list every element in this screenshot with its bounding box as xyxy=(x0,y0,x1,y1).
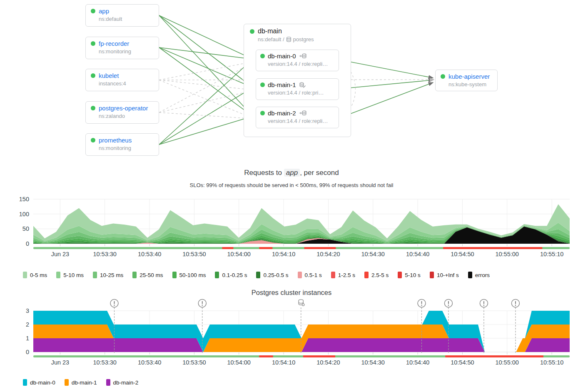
y-tick-label: 50 xyxy=(22,225,29,232)
legend-item-5-10-s[interactable]: 5-10 s xyxy=(398,272,421,278)
legend-item-50-100-ms[interactable]: 50-100 ms xyxy=(172,272,206,278)
service-node-postgres-operator[interactable]: postgres-operator ns:zalando xyxy=(85,101,159,124)
legend-item-errors[interactable]: errors xyxy=(468,272,490,278)
service-title: kubelet xyxy=(99,72,119,79)
legend-item-0-5-ms[interactable]: 0-5 ms xyxy=(23,272,47,278)
service-subtitle: ns:monitoring xyxy=(99,48,154,55)
legend-label: 10-25 ms xyxy=(100,272,123,278)
x-tick-label: 10:54:30 xyxy=(361,251,384,257)
status-ok-icon xyxy=(91,9,95,13)
legend-item-0.5-1-s[interactable]: 0.5-1 s xyxy=(298,272,322,278)
chart1-title-suffix: , per second xyxy=(300,169,339,177)
x-tick-label: 10:53:30 xyxy=(93,359,116,366)
legend-label: 0.25-0.5 s xyxy=(263,272,288,278)
status-ok-icon xyxy=(250,29,254,34)
legend-swatch xyxy=(23,272,27,278)
legend-item-10-25-ms[interactable]: 10-25 ms xyxy=(93,272,123,278)
x-tick-label: 10:54:20 xyxy=(316,251,340,257)
service-subtitle: ns:zalando xyxy=(99,113,154,119)
legend-item-db-main-1[interactable]: db-main-1 xyxy=(65,379,97,386)
y-tick-label: 0 xyxy=(26,349,29,355)
legend-label: 0.1-0.25 s xyxy=(222,272,247,278)
x-tick-label: 10:53:50 xyxy=(182,359,206,366)
x-tick-label: 10:53:40 xyxy=(138,359,161,366)
legend-item-2.5-5-s[interactable]: 2.5-5 s xyxy=(364,272,389,278)
y-tick-label: 100 xyxy=(19,211,29,217)
x-tick-label: 10:54:00 xyxy=(227,359,250,366)
warning-annotation-icon[interactable] xyxy=(511,300,519,307)
legend-swatch xyxy=(56,272,60,278)
legend-swatch xyxy=(65,379,69,386)
service-title: fp-recorder xyxy=(99,40,129,47)
legend-swatch xyxy=(132,272,137,278)
legend-label: errors xyxy=(475,272,490,278)
db-cluster-box: db-main ns:default / postgres db-main-0 … xyxy=(244,24,351,137)
primary-role-icon xyxy=(299,82,306,88)
x-tick-label: 10:54:10 xyxy=(272,251,295,257)
warning-annotation-icon[interactable] xyxy=(198,300,206,307)
status-ok-icon xyxy=(91,41,95,46)
legend-swatch xyxy=(106,379,110,386)
legend-label: 50-100 ms xyxy=(179,272,206,278)
status-ok-icon xyxy=(91,106,95,110)
y-tick-label: 150 xyxy=(19,196,29,202)
x-tick-label: Jun 23 xyxy=(51,359,70,366)
legend-item-5-10-ms[interactable]: 5-10 ms xyxy=(56,272,84,278)
legend-item-0.25-0.5-s[interactable]: 0.25-0.5 s xyxy=(256,272,288,278)
service-node-app[interactable]: app ns:default xyxy=(85,4,159,27)
status-ok-icon xyxy=(441,74,445,79)
instance-subtitle: version:14.4 / role:repli… xyxy=(268,118,334,124)
legend-item-0.1-0.25-s[interactable]: 0.1-0.25 s xyxy=(215,272,247,278)
x-tick-label: 10:54:10 xyxy=(272,359,295,366)
status-ok-icon xyxy=(260,111,265,115)
legend-swatch xyxy=(93,272,97,278)
database-icon xyxy=(286,37,292,42)
warning-annotation-icon[interactable] xyxy=(444,300,452,307)
instance-node-db-main-1[interactable]: db-main-1 version:14.4 / role:pri… xyxy=(256,78,339,100)
status-ok-icon xyxy=(260,82,265,87)
legend-label: 5-10 s xyxy=(405,272,421,278)
chart1-title-app-chip: app xyxy=(284,169,300,177)
x-tick-label: 10:54:00 xyxy=(227,251,250,257)
legend-item-1-2.5-s[interactable]: 1-2.5 s xyxy=(331,272,355,278)
instance-title: db-main-2 xyxy=(268,110,296,117)
legend-item-25-50-ms[interactable]: 25-50 ms xyxy=(132,272,163,278)
x-tick-label: 10:53:50 xyxy=(182,251,206,257)
legend-swatch xyxy=(298,272,302,278)
x-tick-label: 10:55:10 xyxy=(540,359,563,366)
legend-swatch xyxy=(468,272,472,278)
instance-node-db-main-0[interactable]: db-main-0 version:14.4 / role:repli… xyxy=(256,50,339,71)
service-node-prometheus[interactable]: prometheus ns:monitoring xyxy=(85,133,159,156)
service-node-fp-recorder[interactable]: fp-recorder ns:monitoring xyxy=(85,37,159,59)
legend-label: 0-5 ms xyxy=(30,272,47,278)
legend-label: db-main-0 xyxy=(30,380,55,386)
instance-subtitle: version:14.4 / role:repli… xyxy=(268,61,334,67)
x-tick-label: 10:54:40 xyxy=(406,251,429,257)
warning-annotation-icon[interactable] xyxy=(110,300,118,307)
legend-item-db-main-0[interactable]: db-main-0 xyxy=(23,379,55,386)
service-node-kubelet[interactable]: kubelet instances:4 xyxy=(85,69,159,91)
legend-label: 10-+Inf s xyxy=(437,272,459,278)
x-tick-label: 10:53:40 xyxy=(138,251,161,257)
instance-title: db-main-0 xyxy=(268,52,296,60)
legend-item-10-+Inf-s[interactable]: 10-+Inf s xyxy=(430,272,459,278)
legend-swatch xyxy=(331,272,335,278)
legend-label: db-main-1 xyxy=(72,380,97,386)
legend-label: 5-10 ms xyxy=(63,272,84,278)
y-tick-label: 0 xyxy=(26,240,29,247)
legend-item-db-main-2[interactable]: db-main-2 xyxy=(106,379,139,386)
legend-swatch xyxy=(364,272,369,278)
x-tick-label: 10:54:50 xyxy=(451,251,474,257)
instance-node-db-main-2[interactable]: db-main-2 version:14.4 / role:repli… xyxy=(256,107,339,128)
warning-annotation-icon[interactable] xyxy=(480,300,488,307)
x-tick-label: 10:54:40 xyxy=(406,359,429,366)
y-tick-label: 2 xyxy=(26,321,29,328)
instance-subtitle: version:14.4 / role:pri… xyxy=(268,90,334,96)
failover-annotation-icon[interactable] xyxy=(299,300,304,306)
x-tick-label: 10:55:10 xyxy=(540,251,563,257)
service-title: prometheus xyxy=(99,137,132,144)
warning-annotation-icon[interactable] xyxy=(418,300,426,307)
x-tick-label: 10:54:30 xyxy=(361,359,384,366)
x-tick-label: 10:54:50 xyxy=(451,359,474,366)
service-node-kube-apiserver[interactable]: kube-apiserver ns:kube-system xyxy=(435,70,498,91)
